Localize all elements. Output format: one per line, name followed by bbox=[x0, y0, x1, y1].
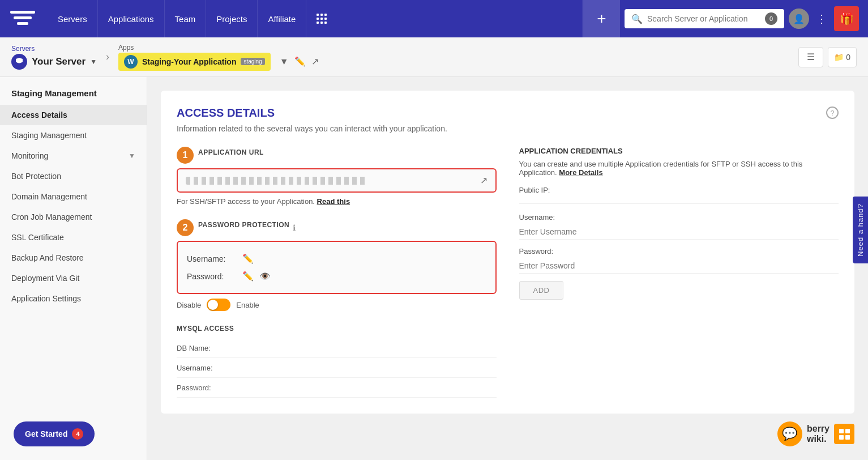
sidebar-item-ssl[interactable]: SSL Certificate bbox=[0, 227, 147, 248]
wordpress-icon: W bbox=[124, 55, 138, 69]
gift-icon: 🎁 bbox=[840, 12, 854, 25]
nav-affiliate[interactable]: Affiliate bbox=[258, 0, 306, 37]
app-badge: staging bbox=[241, 58, 264, 65]
help-icon[interactable]: ? bbox=[826, 107, 839, 119]
password-row: Password: ✏️ 👁️ bbox=[187, 267, 486, 285]
app-url-label: 1 APPLICATION URL bbox=[177, 147, 497, 164]
db-name-row: DB Name: bbox=[177, 338, 497, 358]
files-button[interactable]: 📁 0 bbox=[828, 47, 857, 67]
app-actions: ▼ ✏️ ↗ bbox=[280, 56, 319, 67]
db-password-label: Password: bbox=[177, 384, 211, 392]
access-details-card: ? ACCESS DETAILS Information related to … bbox=[161, 91, 854, 414]
app-url-title: APPLICATION URL bbox=[198, 148, 264, 156]
avatar-icon: 👤 bbox=[793, 14, 805, 24]
user-avatar[interactable]: 👤 bbox=[789, 8, 809, 29]
more-options-button[interactable]: ⋮ bbox=[814, 10, 829, 28]
read-this-link[interactable]: Read this bbox=[317, 197, 350, 206]
sidebar-item-access-details[interactable]: Access Details bbox=[0, 105, 147, 125]
url-external-link-icon[interactable]: ↗ bbox=[480, 175, 488, 186]
sidebar-item-cron-job[interactable]: Cron Job Management bbox=[0, 207, 147, 227]
list-view-button[interactable]: ☰ bbox=[798, 47, 823, 67]
left-column: 1 APPLICATION URL ↗ For SSH/SFTP access … bbox=[177, 147, 497, 398]
svg-rect-1 bbox=[14, 16, 32, 19]
sidebar-item-domain-management[interactable]: Domain Management bbox=[0, 186, 147, 207]
disable-label: Disable bbox=[177, 301, 201, 309]
chat-icon: 💬 bbox=[777, 421, 802, 446]
search-icon: 🔍 bbox=[631, 14, 643, 24]
password-protection-box: Username: ✏️ Password: ✏️ 👁️ bbox=[177, 241, 497, 294]
berry-wiki-text: berry wiki. bbox=[807, 424, 829, 444]
sidebar-item-deployment[interactable]: Deployment Via Git bbox=[0, 268, 147, 288]
password-input[interactable] bbox=[519, 258, 839, 274]
app-dropdown-arrow[interactable]: ▼ bbox=[280, 57, 289, 67]
password-protection-section: 2 PASSWORD PROTECTION ℹ Username: ✏️ bbox=[177, 219, 497, 311]
pw-section-title: PASSWORD PROTECTION bbox=[198, 221, 289, 229]
username-input[interactable] bbox=[519, 224, 839, 240]
username-field-row: Username: bbox=[519, 213, 839, 240]
berry-wiki-widget[interactable]: 💬 berry wiki. bbox=[777, 421, 854, 446]
folder-icon: 📁 bbox=[834, 53, 844, 62]
password-reveal-icon[interactable]: 👁️ bbox=[259, 271, 271, 282]
url-hint: For SSH/SFTP access to your Application.… bbox=[177, 197, 497, 206]
search-input[interactable] bbox=[647, 14, 760, 23]
public-ip-label: Public IP: bbox=[519, 186, 550, 194]
add-button[interactable]: + bbox=[583, 0, 620, 37]
db-username-row: Username: bbox=[177, 358, 497, 378]
get-started-badge: 4 bbox=[72, 428, 83, 440]
server-name: Your Server bbox=[32, 56, 85, 67]
pw-info-icon[interactable]: ℹ bbox=[293, 223, 296, 232]
nav-applications[interactable]: Applications bbox=[98, 0, 165, 37]
sidebar: Staging Management Access Details Stagin… bbox=[0, 77, 147, 460]
add-credentials-button[interactable]: ADD bbox=[519, 281, 564, 300]
cred-username-label: Username: bbox=[519, 213, 839, 222]
username-edit-icon[interactable]: ✏️ bbox=[242, 253, 254, 264]
app-selector[interactable]: W Staging-Your Application staging bbox=[118, 53, 271, 71]
external-link-button[interactable]: ↗ bbox=[311, 56, 319, 67]
password-edit-icon[interactable]: ✏️ bbox=[242, 271, 254, 282]
content-area: ? ACCESS DETAILS Information related to … bbox=[147, 77, 868, 460]
app-breadcrumb: Apps W Staging-Your Application staging … bbox=[118, 44, 319, 71]
grid-menu-button[interactable] bbox=[306, 0, 337, 37]
app-name: Staging-Your Application bbox=[142, 57, 236, 66]
page-title: ACCESS DETAILS bbox=[177, 107, 839, 120]
sidebar-item-bot-protection[interactable]: Bot Protection bbox=[0, 166, 147, 186]
public-ip-row: Public IP: bbox=[519, 186, 839, 194]
svg-rect-2 bbox=[17, 22, 28, 25]
berry-grid-button[interactable] bbox=[834, 424, 854, 444]
get-started-label: Get Started bbox=[25, 429, 67, 438]
two-column-layout: 1 APPLICATION URL ↗ For SSH/SFTP access … bbox=[177, 147, 839, 398]
get-started-button[interactable]: Get Started 4 bbox=[14, 421, 95, 446]
enable-label: Enable bbox=[236, 301, 259, 309]
nav-servers[interactable]: Servers bbox=[48, 0, 98, 37]
toggle-switch[interactable] bbox=[207, 299, 230, 311]
nav-team[interactable]: Team bbox=[165, 0, 207, 37]
step-1-badge: 1 bbox=[177, 147, 194, 164]
sidebar-item-staging-management[interactable]: Staging Management bbox=[0, 125, 147, 146]
main-layout: Staging Management Access Details Stagin… bbox=[0, 77, 868, 460]
monitoring-arrow: ▼ bbox=[129, 152, 135, 160]
sidebar-item-monitoring[interactable]: Monitoring ▼ bbox=[0, 146, 147, 166]
sidebar-item-app-settings[interactable]: Application Settings bbox=[0, 288, 147, 309]
files-count: 0 bbox=[846, 53, 850, 62]
servers-label: Servers bbox=[11, 45, 97, 53]
search-bar[interactable]: 🔍 0 bbox=[625, 9, 784, 28]
need-hand-widget[interactable]: Need a hand? bbox=[853, 197, 868, 263]
gift-button[interactable]: 🎁 bbox=[834, 6, 859, 31]
pw-label-row: 2 PASSWORD PROTECTION ℹ bbox=[177, 219, 497, 236]
db-username-label: Username: bbox=[177, 364, 213, 372]
db-password-row: Password: bbox=[177, 378, 497, 398]
sidebar-item-backup[interactable]: Backup And Restore bbox=[0, 248, 147, 268]
list-icon: ☰ bbox=[807, 52, 815, 62]
server-dropdown-arrow[interactable]: ▼ bbox=[90, 58, 97, 66]
edit-app-button[interactable]: ✏️ bbox=[294, 56, 306, 67]
more-details-link[interactable]: More Details bbox=[559, 168, 602, 177]
server-selector[interactable]: Your Server ▼ bbox=[11, 54, 97, 70]
nav-links: Servers Applications Team Projects Affil… bbox=[48, 0, 337, 37]
topnav-right: + 🔍 0 👤 ⋮ 🎁 bbox=[583, 0, 859, 37]
toggle-thumb bbox=[208, 300, 218, 310]
breadcrumb-separator: › bbox=[106, 51, 109, 63]
nav-projects[interactable]: Projects bbox=[206, 0, 258, 37]
divider-1 bbox=[519, 203, 839, 204]
pw-password-label: Password: bbox=[187, 272, 238, 281]
logo[interactable] bbox=[9, 8, 36, 29]
